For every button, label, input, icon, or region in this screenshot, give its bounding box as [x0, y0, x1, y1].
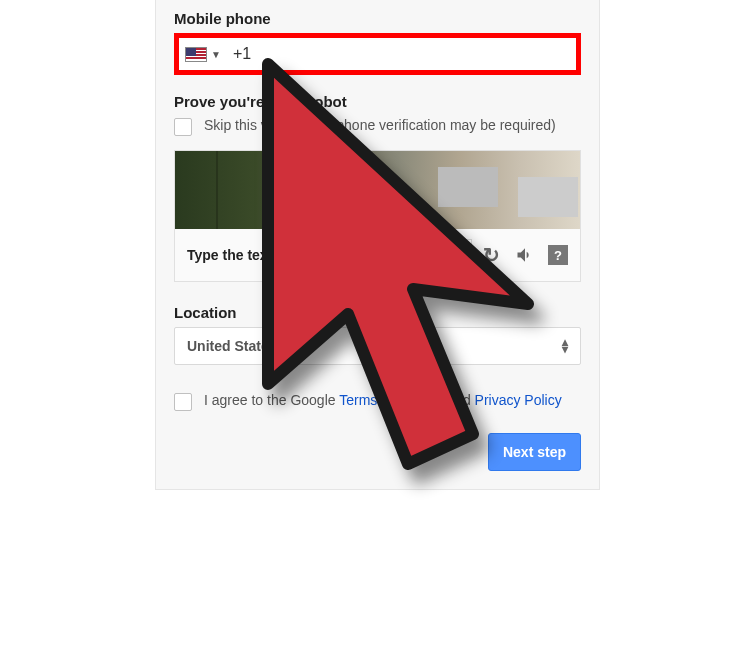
agree-pre: I agree to the Google: [204, 392, 339, 408]
terms-of-service-link[interactable]: Terms of Service: [339, 392, 443, 408]
agree-text: I agree to the Google Terms of Service a…: [204, 391, 562, 410]
next-step-button[interactable]: Next step: [488, 433, 581, 471]
location-selected-value: United States: [187, 338, 276, 354]
select-updown-icon: ▴▾: [562, 339, 568, 353]
skip-verification-text: Skip this verification (phone verificati…: [204, 116, 556, 135]
agree-mid: and: [443, 392, 474, 408]
captcha-input[interactable]: [283, 239, 472, 271]
us-flag-icon: [185, 47, 207, 62]
chevron-down-icon: ▼: [211, 49, 221, 60]
captcha-image: [175, 151, 580, 229]
location-label: Location: [174, 304, 581, 321]
skip-verification-checkbox[interactable]: [174, 118, 192, 136]
help-icon[interactable]: ?: [548, 245, 568, 265]
captcha-box: Type the text: ↻ ?: [174, 150, 581, 282]
refresh-icon[interactable]: ↻: [480, 244, 502, 266]
location-select[interactable]: United States ▴▾: [174, 327, 581, 365]
agree-checkbox[interactable]: [174, 393, 192, 411]
agree-row[interactable]: I agree to the Google Terms of Service a…: [174, 391, 581, 411]
captcha-type-label: Type the text:: [187, 247, 277, 263]
signup-form-panel: Mobile phone ▼ +1 Prove you're not a rob…: [155, 0, 600, 490]
mobile-phone-label: Mobile phone: [174, 10, 581, 27]
country-code-selector[interactable]: ▼: [185, 47, 221, 62]
privacy-policy-link[interactable]: Privacy Policy: [475, 392, 562, 408]
skip-verification-row[interactable]: Skip this verification (phone verificati…: [174, 116, 581, 136]
mobile-phone-field-highlighted[interactable]: ▼ +1: [174, 33, 581, 75]
prove-not-robot-label: Prove you're not a robot: [174, 93, 581, 110]
audio-icon[interactable]: [514, 244, 536, 266]
dial-code-text: +1: [233, 45, 251, 63]
